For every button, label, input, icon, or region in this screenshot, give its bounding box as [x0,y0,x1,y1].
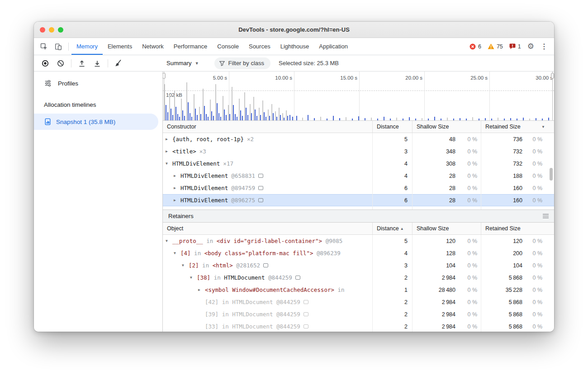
perspective-select[interactable]: Summary ▼ [163,60,203,67]
fullscreen-window-button[interactable] [58,27,63,33]
constructor-row[interactable]: ▶<title>×333480 %7320 % [163,145,554,157]
tab-memory[interactable]: Memory [71,38,103,55]
perspective-select-value: Summary [166,60,192,67]
retainer-object-cell: ▼__proto__ in <div id="grid-label-contai… [163,235,372,247]
constructor-row[interactable]: ▶HTMLDivElement@8962756280 %1600 % [163,194,554,206]
retained-size-cell: 2000 % [481,247,554,259]
expander-icon[interactable]: ▶ [166,149,172,153]
retainer-row[interactable]: ▼[38] in HTMLDocument @84425922 9840 %5 … [163,271,554,284]
allocation-bar [239,99,240,120]
close-window-button[interactable] [40,27,45,33]
column-header-constructor[interactable]: Constructor [163,121,372,133]
column-header-distance[interactable]: Distance ▲ [372,223,412,234]
column-header-object[interactable]: Object [163,223,372,234]
shallow-size-cell: 2 9840 % [412,271,481,284]
retainers-section-header: Retainers [163,209,554,223]
distance-cell [372,206,412,209]
column-header-distance[interactable]: Distance [372,121,412,133]
expander-icon[interactable]: ▶ [198,288,205,292]
settings-gear-button[interactable]: ⚙ [527,43,534,50]
errors-badge[interactable]: 6 [469,43,481,50]
reveal-in-elements-icon[interactable] [303,312,308,316]
load-profile-button[interactable] [74,57,90,70]
tab-lighthouse[interactable]: Lighthouse [275,38,314,55]
constructor-row[interactable]: ▶{auth, root, root-1p}×25480 %7360 % [163,133,554,145]
profiles-header[interactable]: Profiles [34,71,162,95]
device-toolbar-button[interactable] [51,38,66,55]
tab-performance[interactable]: Performance [169,38,212,55]
expander-icon[interactable]: ▶ [174,186,180,190]
save-profile-button[interactable] [90,57,105,70]
clear-profiles-button[interactable] [53,57,68,70]
expander-icon[interactable]: ▶ [174,198,180,202]
allocation-bar [191,117,192,120]
allocation-bar [237,117,237,120]
retainer-row[interactable]: ▶<symbol Window#DocumentCachedAccessor> … [163,284,554,296]
delete-profile-button[interactable] [111,57,126,70]
reveal-in-elements-icon[interactable] [303,324,308,328]
inspect-element-button[interactable] [37,38,51,55]
warnings-badge[interactable]: 75 [488,43,503,50]
column-header-shallow-size[interactable]: Shallow Size [412,121,481,133]
expander-icon[interactable]: ▼ [182,263,189,267]
retainer-row[interactable]: ▼[2] in <html> @28165231040 %1040 % [163,259,554,271]
snapshot-list-item[interactable]: Snapshot 1 (35.8 MB) [34,114,158,130]
allocation-bar [199,107,200,120]
constructor-name: HTMLDivElement [180,172,228,179]
constructor-name-cell: ▶<title>×3 [163,145,372,157]
expander-icon[interactable]: ▼ [174,251,180,255]
reveal-in-elements-icon[interactable] [295,276,300,280]
constructor-row[interactable]: ▶HTMLDivElement@… [163,206,554,209]
timeline-gridline [359,71,360,120]
retainer-row[interactable]: [39] in HTMLDocument @84425922 9840 %5 8… [163,308,554,320]
tab-network[interactable]: Network [137,38,169,55]
retainer-row[interactable]: [42] in HTMLDocument @84425922 9840 %5 8… [163,296,554,308]
column-header-retained-size[interactable]: Retained Size [481,223,554,234]
retainer-row[interactable]: [33] in HTMLDocument @84425922 9840 %5 8… [163,320,554,332]
column-header-shallow-size[interactable]: Shallow Size [412,223,481,234]
more-options-button[interactable]: ⋮ [541,42,548,51]
constructor-row[interactable]: ▶HTMLDivElement@8947596280 %1600 % [163,182,554,194]
allocation-timeline[interactable]: 102 kB 5.00 s10.00 s15.00 s20.00 s25.00 … [163,71,554,120]
allocation-bar [204,106,205,120]
tune-sliders-icon [44,79,52,87]
tab-elements[interactable]: Elements [103,38,137,55]
reveal-in-elements-icon[interactable] [303,300,308,304]
profile-actions [34,57,163,70]
retained-size-cell: 5 8680 % [481,308,554,320]
window-titlebar[interactable]: DevTools - store.google.com/?hl=en-US [34,22,554,38]
retainers-menu-icon[interactable] [543,214,549,219]
reveal-in-elements-icon[interactable] [263,263,268,267]
constructor-row[interactable]: ▼HTMLDivElement×1743080 %7320 % [163,157,554,170]
object-count-or-id: ×3 [199,148,206,155]
reveal-in-elements-icon[interactable] [258,174,263,178]
timeline-right-handle[interactable] [552,71,553,120]
tab-application[interactable]: Application [314,38,353,55]
object-count-or-id: @… [231,209,238,209]
class-filter-input[interactable]: Filter by class [214,57,270,69]
tab-sources[interactable]: Sources [244,38,275,55]
allocation-bar [171,109,171,120]
shallow-size-cell: 280 % [412,182,481,194]
record-heap-button[interactable] [38,57,53,70]
tab-console[interactable]: Console [212,38,244,55]
retainer-row[interactable]: ▼[4] in <body class="platform-mac fill">… [163,247,554,259]
expander-icon[interactable]: ▼ [190,276,197,280]
expander-icon[interactable]: ▼ [166,239,172,243]
expander-icon[interactable]: ▶ [166,137,172,141]
issues-badge[interactable]: 1 [509,43,521,50]
timeline-left-handle[interactable] [164,71,164,120]
column-header-retained-size[interactable]: Retained Size ▼ [481,121,554,133]
retainer-row[interactable]: ▼__proto__ in <div id="grid-label-contai… [163,235,554,247]
constructor-name-cell: ▶HTMLDivElement@894759 [163,182,372,194]
constructor-row[interactable]: ▶HTMLDivElement@6588314280 %1880 % [163,170,554,182]
vertical-scrollbar-thumb[interactable] [550,168,553,181]
expander-icon[interactable]: ▼ [166,162,172,166]
retainer-object-cell: ▼[2] in <html> @281652 [163,259,372,271]
object-id: @281652 [233,262,260,269]
reveal-in-elements-icon[interactable] [258,198,263,202]
minimize-window-button[interactable] [49,27,54,33]
expander-icon[interactable]: ▶ [174,174,180,178]
object-count-or-id: @894759 [231,185,255,191]
reveal-in-elements-icon[interactable] [258,186,263,190]
